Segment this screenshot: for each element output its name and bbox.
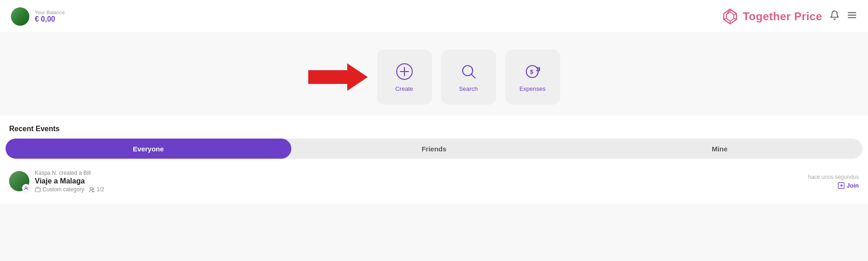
event-avatar bbox=[9, 171, 29, 191]
event-left: Kaspa N. created a Bill Viaje a Malaga C… bbox=[9, 170, 104, 193]
recent-events-title: Recent Events bbox=[0, 116, 868, 139]
create-icon bbox=[395, 62, 414, 81]
event-list: Kaspa N. created a Bill Viaje a Malaga C… bbox=[0, 159, 868, 204]
bell-icon[interactable] bbox=[830, 10, 840, 22]
balance-label: Your Balance bbox=[35, 10, 65, 15]
svg-marker-11 bbox=[308, 63, 368, 91]
event-meta: Custom category 1/2 bbox=[35, 186, 104, 193]
balance-amount: € 0,00 bbox=[35, 15, 65, 23]
members-icon bbox=[89, 187, 95, 193]
search-icon bbox=[459, 62, 478, 81]
svg-text:$: $ bbox=[530, 68, 534, 75]
members-count: 1/2 bbox=[97, 186, 104, 193]
arrow-indicator bbox=[308, 61, 368, 93]
tab-friends[interactable]: Friends bbox=[291, 139, 577, 159]
svg-line-16 bbox=[471, 74, 475, 78]
category-label: Custom category bbox=[43, 186, 84, 193]
search-card[interactable]: Search bbox=[441, 50, 496, 105]
header-left: Your Balance € 0,00 bbox=[11, 7, 65, 26]
event-members: 1/2 bbox=[89, 186, 104, 193]
tab-everyone[interactable]: Everyone bbox=[5, 139, 291, 159]
svg-point-22 bbox=[92, 188, 94, 189]
event-tabs: Everyone Friends Mine bbox=[5, 139, 863, 159]
expenses-card[interactable]: $ Expenses bbox=[505, 50, 560, 105]
event-name: Viaje a Malaga bbox=[35, 177, 104, 185]
hamburger-menu-icon[interactable] bbox=[847, 10, 857, 22]
svg-point-21 bbox=[90, 187, 92, 189]
expenses-label: Expenses bbox=[519, 85, 546, 92]
table-row: Kaspa N. created a Bill Viaje a Malaga C… bbox=[9, 166, 859, 196]
action-cards-row: Create Search $ Expenses bbox=[0, 42, 868, 116]
join-button[interactable]: Join bbox=[838, 182, 859, 189]
search-label: Search bbox=[459, 85, 478, 92]
create-card[interactable]: Create bbox=[377, 50, 432, 105]
logo-icon bbox=[721, 7, 739, 26]
header-right: Together Price bbox=[721, 7, 857, 26]
expenses-icon: $ bbox=[524, 62, 542, 81]
svg-rect-20 bbox=[35, 188, 40, 192]
event-category: Custom category bbox=[35, 186, 84, 193]
recent-events-section: Recent Events Everyone Friends Mine bbox=[0, 116, 868, 204]
svg-point-19 bbox=[25, 187, 27, 189]
join-icon bbox=[838, 182, 845, 189]
event-info: Kaspa N. created a Bill Viaje a Malaga C… bbox=[35, 170, 104, 193]
balance-info: Your Balance € 0,00 bbox=[35, 10, 65, 23]
header-icons bbox=[830, 10, 857, 22]
avatar bbox=[11, 7, 29, 26]
red-arrow-icon bbox=[308, 61, 368, 93]
event-right: hace unos segundos Join bbox=[808, 174, 859, 189]
main-content: Create Search $ Expenses bbox=[0, 33, 868, 213]
event-time: hace unos segundos bbox=[808, 174, 859, 180]
join-label[interactable]: Join bbox=[846, 182, 859, 189]
header: Your Balance € 0,00 Together Price bbox=[0, 0, 868, 33]
event-avatar-badge bbox=[22, 184, 30, 192]
event-creator: Kaspa N. created a Bill bbox=[35, 170, 104, 176]
category-icon bbox=[35, 187, 41, 193]
logo-text: Together Price bbox=[743, 10, 822, 23]
create-label: Create bbox=[395, 85, 413, 92]
tab-mine[interactable]: Mine bbox=[577, 139, 863, 159]
logo-area: Together Price bbox=[721, 7, 822, 26]
